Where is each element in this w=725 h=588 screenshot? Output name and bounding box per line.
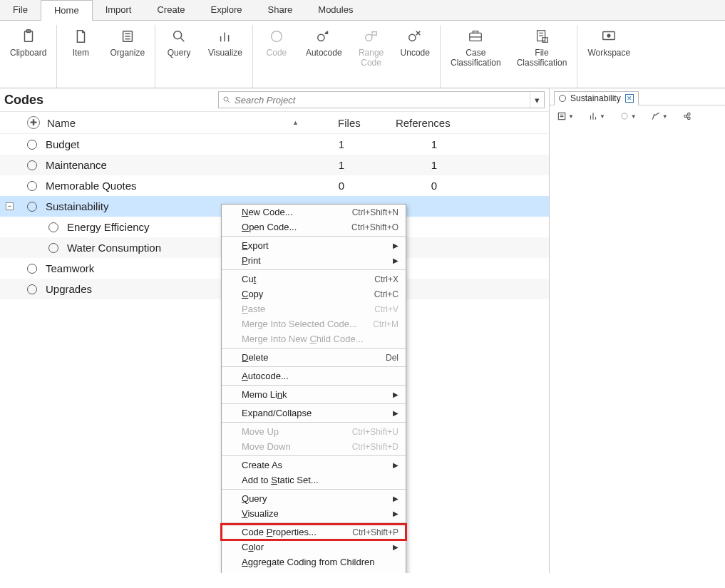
menu-item-shortcut: Ctrl+Shift+P (352, 527, 399, 537)
code-row[interactable]: Maintenance11 (0, 155, 549, 175)
svg-point-15 (409, 34, 416, 41)
chart-icon (217, 28, 234, 45)
menu-item[interactable]: Visualize▶ (222, 506, 406, 521)
detail-tab-sustainability[interactable]: Sustainability ✕ (554, 91, 639, 105)
menu-item-label: Create As (242, 460, 393, 470)
code-row[interactable]: Memorable Quotes00 (0, 175, 549, 196)
svg-line-40 (687, 117, 688, 118)
column-name[interactable]: Name (47, 117, 297, 129)
submenu-arrow-icon: ▶ (393, 409, 399, 417)
submenu-arrow-icon: ▶ (393, 461, 399, 469)
ribbon-toolbar: Clipboard Item Organize Query Visualize (0, 21, 725, 88)
menu-tab-modules[interactable]: Modules (305, 0, 366, 20)
column-files[interactable]: Files (303, 117, 396, 129)
search-icon (170, 28, 187, 45)
files-count: 1 (295, 159, 388, 171)
menu-item[interactable]: Print▶ (222, 253, 406, 268)
menu-item-label: Visualize (242, 508, 393, 519)
menu-item[interactable]: Expand/Collapse▶ (222, 406, 406, 421)
menu-item[interactable]: CopyCtrl+C (222, 287, 406, 301)
search-dropdown-icon[interactable]: ▾ (530, 92, 544, 108)
menu-item-label: Add to Quick Access (242, 572, 399, 573)
menu-item-label: Move Down (242, 441, 352, 452)
svg-point-35 (622, 113, 627, 119)
sort-asc-icon: ▲ (292, 119, 299, 126)
autocode-button[interactable]: Autocode (300, 25, 348, 71)
close-tab-icon[interactable]: ✕ (625, 94, 634, 103)
menu-item[interactable]: Add to Static Set... (222, 473, 406, 488)
menu-tab-file[interactable]: File (0, 0, 41, 20)
submenu-arrow-icon: ▶ (393, 543, 399, 551)
menu-item-label: Export (242, 240, 393, 251)
item-button[interactable]: Item (61, 25, 100, 61)
menu-item-label: Open Code... (242, 222, 351, 232)
visualize-button[interactable]: Visualize (202, 25, 248, 61)
query-button[interactable]: Query (160, 25, 198, 61)
codes-panel: Codes ▾ ✚ Name ▲ Files References Budget… (0, 88, 550, 573)
file-classification-button[interactable]: File Classification (511, 25, 573, 71)
menu-item[interactable]: Memo Link▶ (222, 387, 406, 402)
menu-tab-explore[interactable]: Explore (198, 0, 255, 20)
references-count: 0 (388, 180, 480, 192)
menu-tab-home[interactable]: Home (41, 0, 93, 21)
detail-tool-4[interactable]: ▼ (651, 111, 668, 121)
add-code-icon[interactable]: ✚ (27, 116, 40, 129)
collapse-icon[interactable]: − (6, 202, 14, 210)
menu-item-label: Code Properties... (242, 527, 352, 537)
menu-item: Merge Into Selected Code...Ctrl+M (222, 316, 406, 331)
menu-item[interactable]: New Code...Ctrl+Shift+N (222, 205, 406, 220)
autocode-icon (315, 28, 332, 45)
detail-tool-5[interactable] (682, 111, 692, 121)
menu-item[interactable]: Open Code...Ctrl+Shift+O (222, 220, 406, 234)
workspace-icon (600, 28, 617, 45)
detail-tool-2[interactable]: ▼ (588, 111, 605, 121)
menu-item[interactable]: Create As▶ (222, 458, 406, 473)
menu-item[interactable]: Color▶ (222, 540, 406, 555)
menu-item-label: Merge Into New Child Code... (242, 334, 399, 344)
search-icon (219, 96, 235, 104)
references-count: 1 (388, 138, 480, 150)
code-node-icon (48, 222, 58, 232)
menu-item[interactable]: Autocode... (222, 368, 406, 383)
submenu-arrow-icon: ▶ (393, 510, 399, 517)
menu-item[interactable]: Aggregate Coding from Children (222, 555, 406, 569)
menu-tab-create[interactable]: Create (144, 0, 197, 20)
workspace-button[interactable]: Workspace (582, 25, 636, 61)
clipboard-button[interactable]: Clipboard (4, 25, 52, 61)
menu-item-label: New Code... (242, 207, 352, 217)
menu-item-label: Print (242, 255, 393, 266)
menu-item-label: Cut (242, 274, 374, 284)
menu-item: PasteCtrl+V (222, 301, 406, 316)
menu-tab-share[interactable]: Share (255, 0, 306, 20)
menu-bar: FileHomeImportCreateExploreShareModules (0, 0, 725, 21)
detail-panel: Sustainability ✕ ▼ ▼ ▼ ▼ (550, 88, 725, 573)
search-field[interactable] (235, 95, 530, 105)
menu-item[interactable]: Add to Quick Access (222, 569, 406, 573)
organize-button[interactable]: Organize (104, 25, 150, 61)
menu-item[interactable]: Code Properties...Ctrl+Shift+P (222, 525, 406, 540)
search-project-input[interactable]: ▾ (218, 91, 545, 108)
menu-item-label: Delete (242, 352, 386, 363)
submenu-arrow-icon: ▶ (393, 495, 399, 502)
menu-item-shortcut: Ctrl+C (374, 289, 399, 299)
menu-item[interactable]: Export▶ (222, 238, 406, 253)
code-row[interactable]: Budget11 (0, 134, 549, 155)
svg-point-13 (365, 34, 371, 41)
svg-point-11 (272, 31, 282, 42)
svg-line-39 (687, 115, 688, 116)
column-references[interactable]: References (396, 117, 488, 129)
menu-tab-import[interactable]: Import (93, 0, 145, 20)
code-node-icon (27, 140, 37, 150)
menu-item[interactable]: Query▶ (222, 491, 406, 506)
menu-item-shortcut: Ctrl+Shift+U (352, 427, 399, 437)
circle-icon (268, 28, 285, 45)
case-classification-button[interactable]: Case Classification (445, 25, 507, 71)
menu-item[interactable]: CutCtrl+X (222, 272, 406, 287)
detail-tool-3[interactable]: ▼ (619, 111, 637, 121)
menu-item-shortcut: Ctrl+Shift+N (352, 207, 399, 217)
detail-tool-1[interactable]: ▼ (557, 111, 574, 121)
case-classification-icon (467, 28, 484, 45)
svg-point-26 (607, 34, 610, 37)
menu-item[interactable]: DeleteDel (222, 350, 406, 365)
uncode-button[interactable]: Uncode (395, 25, 436, 71)
